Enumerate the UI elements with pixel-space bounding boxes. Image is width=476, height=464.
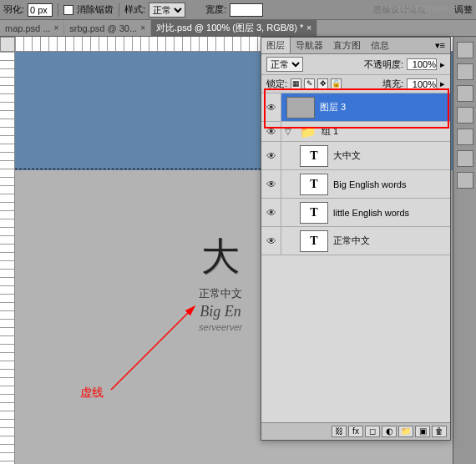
document-tab[interactable]: srbg.psd @ 30... × — [64, 22, 151, 35]
text-layer-icon: T — [300, 145, 328, 167]
blend-opacity-row: 正常 不透明度: ▸ — [261, 54, 450, 75]
new-layer-icon[interactable]: ▣ — [415, 426, 430, 437]
blend-mode-select[interactable]: 正常 — [266, 57, 303, 72]
panel-menu-icon[interactable]: ▾≡ — [430, 40, 450, 51]
dock-icon[interactable] — [457, 85, 473, 102]
right-dock — [453, 37, 476, 464]
canvas-text-line: Big En — [199, 303, 242, 320]
layer-row[interactable]: 👁 T little English words — [261, 199, 450, 227]
layer-mask-icon[interactable]: ◻ — [365, 426, 380, 437]
layer-row[interactable]: 👁 T 正常中文 — [261, 227, 450, 255]
canvas-big-text: 大 — [199, 231, 242, 283]
layer-name[interactable]: 大中文 — [333, 149, 450, 162]
panel-tab-bar: 图层 导航器 直方图 信息 ▾≡ — [261, 38, 450, 54]
document-tab[interactable]: map.psd ... × — [0, 22, 64, 35]
annotation-arrow — [103, 298, 203, 398]
folder-icon: 📁 — [300, 125, 316, 139]
annotation-label: 虚线 — [80, 386, 104, 401]
new-group-icon[interactable]: 📁 — [398, 426, 413, 437]
close-icon[interactable]: × — [140, 23, 145, 33]
dock-icon[interactable] — [457, 107, 473, 124]
opacity-label: 不透明度: — [364, 58, 403, 71]
style-label: 样式: — [124, 3, 145, 16]
chevron-down-icon[interactable]: ▸ — [440, 59, 445, 70]
layer-group-row[interactable]: 👁 ▽ 📁 组 1 — [261, 122, 450, 142]
layer-name[interactable]: 图层 3 — [320, 101, 450, 113]
style-select[interactable]: 正常 — [149, 3, 185, 18]
layers-panel: 图层 导航器 直方图 信息 ▾≡ 正常 不透明度: ▸ 锁定: ▦ ✎ ✥ 🔒 … — [261, 37, 451, 441]
delete-layer-icon[interactable]: 🗑 — [432, 426, 447, 437]
ruler-origin[interactable] — [0, 37, 15, 52]
layer-name[interactable]: 组 1 — [322, 125, 450, 138]
layer-row[interactable]: 👁 图层 3 — [261, 93, 450, 122]
layer-row[interactable]: 👁 T 大中文 — [261, 142, 450, 170]
dock-icon[interactable] — [457, 63, 473, 80]
watermark-url: WWW.MISSYUAN.COM — [386, 4, 468, 13]
layer-list: 👁 图层 3 👁 ▽ 📁 组 1 👁 T 大中文 👁 T Big English… — [261, 93, 450, 255]
canvas-text-group: 大 正常中文 Big En serveerver — [199, 231, 242, 332]
feather-input[interactable] — [28, 3, 53, 17]
dock-icon[interactable] — [457, 150, 473, 167]
layer-name[interactable]: 正常中文 — [333, 235, 450, 247]
layer-thumbnail[interactable] — [286, 97, 315, 119]
text-layer-icon: T — [300, 230, 328, 252]
ruler-vertical — [0, 52, 15, 464]
text-layer-icon: T — [300, 174, 328, 195]
antialias-label: 消除锯齿 — [77, 3, 114, 16]
document-tab-bar: map.psd ... × srbg.psd @ 30... × 对比.psd … — [0, 20, 476, 37]
lock-transparent-icon[interactable]: ▦ — [291, 78, 301, 89]
chevron-down-icon[interactable]: ▸ — [440, 78, 445, 89]
tab-label: map.psd ... — [5, 23, 50, 33]
panel-tab-navigator[interactable]: 导航器 — [291, 38, 328, 53]
antialias-checkbox[interactable] — [63, 5, 73, 15]
panel-tab-histogram[interactable]: 直方图 — [328, 38, 366, 53]
tab-label: 对比.psd @ 100% (图层 3, RGB/8) * — [156, 22, 303, 34]
feather-label: 羽化: — [3, 3, 24, 16]
lock-fill-row: 锁定: ▦ ✎ ✥ 🔒 填充: ▸ — [261, 75, 450, 93]
dock-icon[interactable] — [457, 42, 473, 58]
visibility-toggle[interactable]: 👁 — [261, 93, 281, 121]
lock-label: 锁定: — [266, 78, 287, 90]
visibility-toggle[interactable]: 👁 — [261, 122, 281, 141]
visibility-toggle[interactable]: 👁 — [261, 170, 281, 198]
tab-label: srbg.psd @ 30... — [69, 23, 137, 33]
fill-input[interactable] — [407, 78, 437, 90]
adjustment-layer-icon[interactable]: ◐ — [382, 426, 397, 437]
layer-name[interactable]: little English words — [333, 208, 450, 218]
panel-footer: ⛓ fx ◻ ◐ 📁 ▣ 🗑 — [261, 422, 450, 440]
panel-tab-layers[interactable]: 图层 — [261, 38, 291, 53]
fill-label: 填充: — [382, 78, 403, 90]
panel-tab-info[interactable]: 信息 — [366, 38, 394, 53]
close-icon[interactable]: × — [306, 23, 311, 33]
svg-line-0 — [111, 306, 195, 390]
canvas-text-line: serveerver — [199, 322, 242, 332]
visibility-toggle[interactable]: 👁 — [261, 227, 281, 255]
panel-empty-area — [261, 255, 450, 422]
visibility-toggle[interactable]: 👁 — [261, 199, 281, 226]
lock-icons: ▦ ✎ ✥ 🔒 — [291, 78, 342, 89]
marquee-selection — [15, 169, 282, 170]
layer-name[interactable]: Big English words — [333, 179, 450, 189]
layer-style-icon[interactable]: fx — [348, 426, 363, 437]
canvas-text-line: 正常中文 — [199, 286, 242, 301]
close-icon[interactable]: × — [53, 23, 58, 33]
opacity-input[interactable] — [407, 58, 437, 70]
document-tab[interactable]: 对比.psd @ 100% (图层 3, RGB/8) * × — [151, 20, 317, 36]
disclosure-triangle-icon[interactable]: ▽ — [285, 127, 295, 136]
lock-pixels-icon[interactable]: ✎ — [304, 78, 315, 89]
dock-icon[interactable] — [457, 129, 473, 145]
dock-icon[interactable] — [457, 172, 473, 189]
width-label: 宽度: — [205, 3, 226, 16]
visibility-toggle[interactable]: 👁 — [261, 142, 281, 169]
lock-position-icon[interactable]: ✥ — [317, 78, 328, 89]
layer-row[interactable]: 👁 T Big English words — [261, 170, 450, 199]
lock-all-icon[interactable]: 🔒 — [331, 78, 342, 89]
width-input[interactable] — [230, 3, 263, 17]
link-layers-icon[interactable]: ⛓ — [332, 426, 347, 437]
text-layer-icon: T — [300, 202, 328, 224]
